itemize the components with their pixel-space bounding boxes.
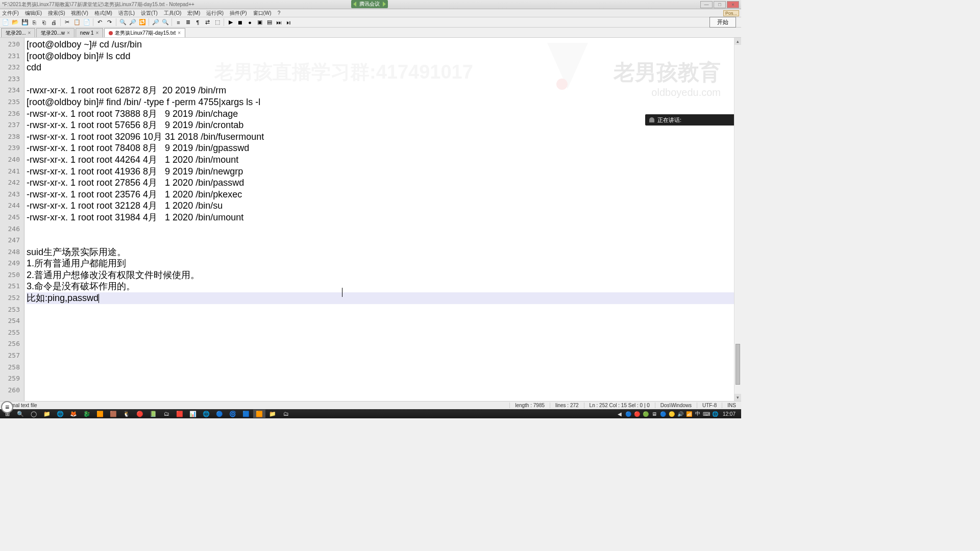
tray-icon[interactable]: 🟢 bbox=[642, 410, 649, 417]
code-line[interactable]: -rwsr-xr-x. 1 root root 23576 4月 1 2020 … bbox=[27, 189, 741, 201]
code-line[interactable] bbox=[27, 362, 741, 373]
code-line[interactable]: [root@oldboy bin]# ls cdd bbox=[27, 51, 741, 62]
taskbar-app-icon[interactable]: 🔍 bbox=[14, 410, 27, 418]
code-line[interactable] bbox=[27, 73, 741, 85]
taskbar-app-icon[interactable]: 🌀 bbox=[227, 410, 239, 418]
taskbar-app-icon[interactable]: 🔴 bbox=[134, 410, 146, 418]
start-button[interactable]: 开始 bbox=[709, 17, 736, 28]
code-line[interactable] bbox=[27, 338, 741, 350]
toolbar-button-icon[interactable]: ⎗ bbox=[40, 18, 48, 27]
windows-taskbar[interactable]: ⊞🔍◯📁🌐🦊🐉🟧🟫🐧🔴📗🗂🟥📊🌐🔵🌀🟦🟧📁🗂◀🔵🔴🟢🖥🔵🟡🔊📶中⌨🌐 12:07 bbox=[0, 409, 741, 418]
taskbar-app-icon[interactable]: 🐉 bbox=[81, 410, 93, 418]
taskbar-app-icon[interactable]: 🔵 bbox=[213, 410, 226, 418]
toolbar-button-icon[interactable]: 📄 bbox=[1, 18, 10, 27]
code-line[interactable] bbox=[27, 315, 741, 327]
code-line[interactable]: -rwsr-xr-x. 1 root root 41936 8月 9 2019 … bbox=[27, 166, 741, 178]
toolbar-button-icon[interactable]: ▤ bbox=[265, 18, 274, 27]
tab-close-icon[interactable]: × bbox=[96, 30, 99, 36]
code-line[interactable]: 1.所有普通用户都能用到 bbox=[27, 258, 741, 269]
editor-content[interactable]: [root@oldboy ~]# cd /usr/bin[root@oldboy… bbox=[24, 38, 741, 401]
menu-item[interactable]: ? bbox=[278, 10, 281, 16]
taskbar-app-icon[interactable]: 📗 bbox=[147, 410, 159, 418]
file-tab[interactable]: new 1× bbox=[76, 28, 104, 37]
code-line[interactable] bbox=[27, 385, 741, 396]
toolbar-button-icon[interactable]: ▣ bbox=[255, 18, 264, 27]
code-line[interactable]: 比如:ping,passwd bbox=[27, 292, 741, 304]
taskbar-app-icon[interactable]: 🌐 bbox=[200, 410, 212, 418]
toolbar-button-icon[interactable]: ↷ bbox=[105, 18, 114, 27]
code-line[interactable]: -rwsr-xr-x. 1 root root 57656 8月 9 2019 … bbox=[27, 119, 741, 131]
menu-item[interactable]: 插件(P) bbox=[230, 10, 247, 17]
vertical-scrollbar[interactable]: ▴ ▾ bbox=[734, 38, 741, 401]
code-line[interactable]: suid生产场景实际用途。 bbox=[27, 246, 741, 258]
toolbar-button-icon[interactable]: 🔎 bbox=[128, 18, 137, 27]
code-line[interactable] bbox=[27, 327, 741, 339]
toolbar-button-icon[interactable]: 🔍 bbox=[161, 18, 169, 27]
code-line[interactable]: [root@oldboy bin]# find /bin/ -type f -p… bbox=[27, 96, 741, 108]
file-tab[interactable]: 老男孩Linux77期-day15.txt× bbox=[104, 28, 185, 37]
close-button[interactable]: × bbox=[727, 1, 739, 8]
scroll-down-button[interactable]: ▾ bbox=[734, 394, 741, 401]
taskbar-app-icon[interactable]: 🟫 bbox=[107, 410, 119, 418]
editor[interactable]: 2302312322332342352362372382392402412422… bbox=[0, 38, 741, 401]
code-line[interactable] bbox=[27, 350, 741, 362]
toolbar-button-icon[interactable]: ↶ bbox=[95, 18, 104, 27]
tray-icon[interactable]: 🖥 bbox=[651, 410, 658, 417]
code-line[interactable] bbox=[27, 373, 741, 385]
code-line[interactable]: -rwsr-xr-x. 1 root root 27856 4月 1 2020 … bbox=[27, 177, 741, 189]
toolbar-button-icon[interactable]: ⏭ bbox=[275, 18, 283, 27]
menu-item[interactable]: 语言(L) bbox=[118, 10, 135, 17]
code-line[interactable]: cdd bbox=[27, 62, 741, 73]
toolbar-button-icon[interactable]: ▶ bbox=[226, 18, 235, 27]
tray-icon[interactable]: ⌨ bbox=[703, 410, 710, 417]
menu-item[interactable]: 编辑(E) bbox=[25, 10, 42, 17]
code-line[interactable]: -rwsr-xr-x. 1 root root 32096 10月 31 201… bbox=[27, 131, 741, 143]
code-line[interactable] bbox=[27, 223, 741, 235]
toolbar-button-icon[interactable]: 📂 bbox=[11, 18, 19, 27]
toolbar-button-icon[interactable]: ● bbox=[246, 18, 254, 27]
toolbar-button-icon[interactable]: 🔁 bbox=[138, 18, 146, 27]
toolbar-button-icon[interactable]: 🖨 bbox=[50, 18, 58, 27]
scroll-up-button[interactable]: ▴ bbox=[734, 38, 741, 45]
toolbar-button-icon[interactable]: 📄 bbox=[82, 18, 91, 27]
code-line[interactable]: -rwsr-xr-x. 1 root root 78408 8月 9 2019 … bbox=[27, 142, 741, 154]
menu-item[interactable]: 文件(F) bbox=[2, 10, 19, 17]
maximize-button[interactable]: □ bbox=[714, 1, 726, 8]
collapse-button[interactable]: ≡ bbox=[1, 401, 13, 413]
taskbar-clock[interactable]: 12:07 bbox=[720, 410, 738, 418]
toolbar-button-icon[interactable]: 🔍 bbox=[118, 18, 127, 27]
toolbar-button-icon[interactable]: 🔎 bbox=[151, 18, 160, 27]
file-tab[interactable]: 笔录20...w× bbox=[36, 28, 75, 37]
toolbar-button-icon[interactable]: 📋 bbox=[72, 18, 81, 27]
menu-item[interactable]: 工具(O) bbox=[164, 10, 181, 17]
code-line[interactable]: -rwsr-xr-x. 1 root root 32128 4月 1 2020 … bbox=[27, 200, 741, 212]
toolbar-button-icon[interactable]: ≡ bbox=[174, 18, 183, 27]
tray-icon[interactable]: 🔴 bbox=[633, 410, 641, 417]
toolbar-button-icon[interactable]: ⬚ bbox=[213, 18, 222, 27]
menu-item[interactable]: 格式(M) bbox=[94, 10, 112, 17]
taskbar-app-icon[interactable]: 🗂 bbox=[280, 410, 292, 418]
scroll-thumb[interactable] bbox=[736, 344, 740, 385]
toolbar-button-icon[interactable]: 💾 bbox=[20, 18, 29, 27]
tray-icon[interactable]: 📶 bbox=[685, 410, 693, 417]
tab-close-icon[interactable]: × bbox=[178, 30, 181, 36]
taskbar-app-icon[interactable]: 🟥 bbox=[174, 410, 186, 418]
toolbar-button-icon[interactable]: ✂ bbox=[63, 18, 71, 27]
tray-icon[interactable]: 🔵 bbox=[625, 410, 632, 417]
tray-icon[interactable]: 🌐 bbox=[712, 410, 719, 417]
tray-icon[interactable]: 🟡 bbox=[668, 410, 675, 417]
taskbar-app-icon[interactable]: 📁 bbox=[41, 410, 53, 418]
toolbar-button-icon[interactable]: ⎘ bbox=[30, 18, 39, 27]
tray-icon[interactable]: 🔊 bbox=[677, 410, 684, 417]
taskbar-app-icon[interactable]: 📊 bbox=[187, 410, 199, 418]
taskbar-app-icon[interactable]: 🟧 bbox=[253, 410, 265, 418]
code-line[interactable]: -rwsr-xr-x. 1 root root 44264 4月 1 2020 … bbox=[27, 154, 741, 166]
tray-icon[interactable]: 🔵 bbox=[659, 410, 667, 417]
tray-icon[interactable]: ◀ bbox=[616, 410, 623, 417]
file-tab[interactable]: 笔录20...× bbox=[1, 28, 35, 37]
taskbar-app-icon[interactable]: 🟦 bbox=[240, 410, 252, 418]
taskbar-app-icon[interactable]: 🦊 bbox=[67, 410, 80, 418]
tab-close-icon[interactable]: × bbox=[28, 30, 31, 36]
taskbar-app-icon[interactable]: 🗂 bbox=[160, 410, 173, 418]
menu-item[interactable]: 搜索(S) bbox=[48, 10, 65, 17]
